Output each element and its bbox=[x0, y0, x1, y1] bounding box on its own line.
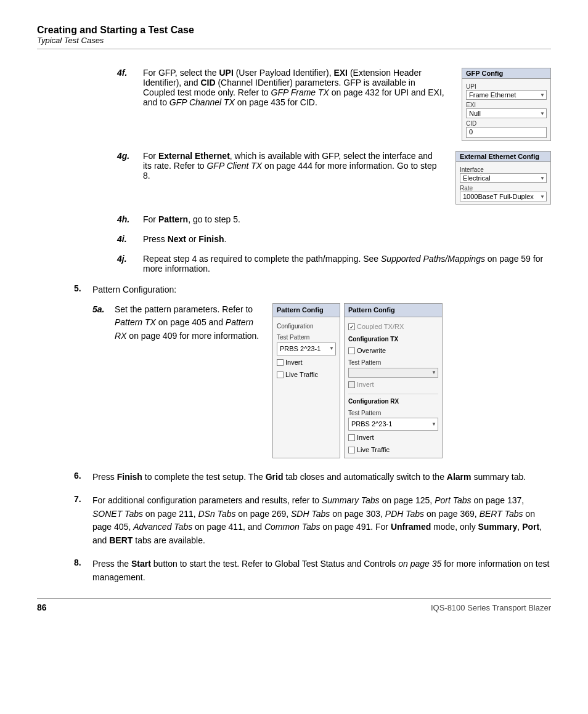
page: Creating and Starting a Test Case Typica… bbox=[0, 0, 588, 631]
pattern-right-invert-rx-row: Invert bbox=[348, 432, 438, 443]
pattern-right-coupled-label: Coupled TX/RX bbox=[357, 322, 404, 332]
pattern-right-invert-tx-label: Invert bbox=[357, 379, 374, 390]
step-8: 8. Press the Start button to start the t… bbox=[37, 558, 551, 584]
content-area: 4f. For GFP, select the UPI (User Payloa… bbox=[37, 68, 551, 594]
pattern-left-invert-label: Invert bbox=[285, 357, 303, 368]
pattern-right-overwrite-checkbox[interactable] bbox=[348, 347, 355, 354]
pattern-left-title: Pattern Config bbox=[273, 304, 340, 317]
ext-eth-rate-label: Rate bbox=[460, 185, 547, 192]
step-4g: 4g. For External Ethernet, which is avai… bbox=[37, 151, 551, 205]
step-5a-text: Set the pattern parameters. Refer to Pat… bbox=[115, 303, 263, 343]
step-8-content: Press the Start button to start the test… bbox=[92, 558, 551, 584]
step-5a-row: 5a. Set the pattern parameters. Refer to… bbox=[92, 303, 551, 459]
step-4j: 4j. Repeat step 4 as required to complet… bbox=[37, 254, 551, 274]
step-4g-text: For External Ethernet, which is availabl… bbox=[143, 151, 443, 181]
pattern-left-invert-row: Invert bbox=[277, 357, 336, 368]
gfp-config-body: UPI Frame Ethernet EXI Null CID 0 bbox=[462, 79, 550, 140]
page-header: Creating and Starting a Test Case Typica… bbox=[37, 25, 551, 49]
gfp-cid-input[interactable]: 0 bbox=[466, 127, 547, 138]
pattern-right-livetraffic-rx-label: Live Traffic bbox=[357, 445, 390, 455]
pattern-right-invert-tx-row: Invert bbox=[348, 379, 438, 390]
step-7-label: 7. bbox=[74, 494, 92, 504]
pattern-right-invert-tx-checkbox bbox=[348, 381, 355, 388]
product-name: IQS-8100 Series Transport Blazer bbox=[431, 603, 551, 612]
pattern-right-livetraffic-rx-row: Live Traffic bbox=[348, 445, 438, 455]
step-5a-inner: 5a. Set the pattern parameters. Refer to… bbox=[92, 303, 263, 343]
step-4h-label: 4h. bbox=[117, 214, 143, 224]
pattern-right-body: Coupled TX/RX Configuration TX Overwrite… bbox=[345, 317, 442, 458]
step-4f-text: For GFP, select the UPI (User Payload Id… bbox=[143, 68, 449, 107]
gfp-cid-label: CID bbox=[466, 120, 547, 127]
pattern-config-left-box: Pattern Config Configuration Test Patter… bbox=[272, 303, 340, 459]
step-4g-label: 4g. bbox=[117, 151, 143, 161]
step-4g-row: For External Ethernet, which is availabl… bbox=[143, 151, 551, 205]
step-5-label: 5. bbox=[74, 283, 92, 293]
page-number: 86 bbox=[37, 602, 47, 612]
pattern-right-coupled-row: Coupled TX/RX bbox=[348, 322, 438, 332]
gfp-exi-dropdown[interactable]: Null bbox=[466, 108, 547, 118]
pattern-right-test-pattern-label: Test Pattern bbox=[348, 358, 438, 368]
pattern-right-config-tx-label: Configuration TX bbox=[348, 335, 438, 344]
pattern-right-overwrite-row: Overwrite bbox=[348, 346, 438, 356]
step-4j-label: 4j. bbox=[117, 254, 143, 264]
step-4f: 4f. For GFP, select the UPI (User Payloa… bbox=[37, 68, 551, 141]
ext-eth-config-body: Interface Electrical Rate 1000BaseT Full… bbox=[456, 162, 550, 204]
ext-eth-interface-label: Interface bbox=[460, 166, 547, 173]
pattern-right-invert-rx-checkbox[interactable] bbox=[348, 434, 355, 441]
ext-eth-config-title: External Ethernet Config bbox=[456, 152, 550, 162]
step-4i: 4i. Press Next or Finish. bbox=[37, 234, 551, 244]
step-6: 6. Press Finish to complete the test set… bbox=[37, 471, 551, 484]
step-5-content: Pattern Configuration: 5a. Set the patte… bbox=[92, 283, 551, 458]
pattern-right-test-pattern-rx-dropdown[interactable]: PRBS 2^23-1 bbox=[348, 418, 438, 431]
step-8-label: 8. bbox=[74, 558, 92, 567]
pattern-left-livetraffic-label: Live Traffic bbox=[285, 370, 318, 380]
pattern-right-coupled-checkbox[interactable] bbox=[348, 323, 355, 330]
step-6-label: 6. bbox=[74, 471, 92, 481]
pattern-left-body: Configuration Test Pattern PRBS 2^23-1 I… bbox=[273, 317, 340, 383]
pattern-right-test-pattern-dropdown[interactable] bbox=[348, 368, 438, 378]
step-6-content: Press Finish to complete the test setup.… bbox=[92, 471, 551, 484]
step-4i-text: Press Next or Finish. bbox=[143, 234, 551, 244]
step-4f-label: 4f. bbox=[117, 68, 143, 78]
pattern-right-livetraffic-rx-checkbox[interactable] bbox=[348, 447, 355, 453]
step-4j-text: Repeat step 4 as required to complete th… bbox=[143, 254, 551, 274]
pattern-left-invert-checkbox[interactable] bbox=[277, 359, 284, 366]
step-7: 7. For additional configuration paramete… bbox=[37, 494, 551, 548]
step-4i-label: 4i. bbox=[117, 234, 143, 244]
step-4f-row: For GFP, select the UPI (User Payload Id… bbox=[143, 68, 551, 141]
pattern-config-combo: Pattern Config Configuration Test Patter… bbox=[272, 303, 443, 459]
page-subtitle: Typical Test Cases bbox=[37, 36, 551, 45]
step-5a-label: 5a. bbox=[92, 303, 115, 317]
page-footer: 86 IQS-8100 Series Transport Blazer bbox=[37, 598, 551, 612]
ext-eth-rate-dropdown[interactable]: 1000BaseT Full-Duplex bbox=[460, 192, 547, 201]
gfp-config-box: GFP Config UPI Frame Ethernet EXI Null C… bbox=[462, 68, 551, 141]
pattern-right-overwrite-label: Overwrite bbox=[357, 346, 386, 356]
pattern-left-livetraffic-checkbox[interactable] bbox=[277, 371, 284, 378]
gfp-upi-dropdown[interactable]: Frame Ethernet bbox=[466, 90, 547, 100]
pattern-left-test-pattern-label: Test Pattern bbox=[277, 333, 336, 343]
page-title: Creating and Starting a Test Case bbox=[37, 25, 551, 36]
pattern-right-title: Pattern Config bbox=[345, 304, 442, 317]
ext-eth-config-box: External Ethernet Config Interface Elect… bbox=[455, 151, 551, 205]
pattern-left-test-pattern-dropdown[interactable]: PRBS 2^23-1 bbox=[277, 343, 336, 355]
step-5: 5. Pattern Configuration: 5a. Set the pa… bbox=[37, 283, 551, 458]
step-7-content: For additional configuration parameters … bbox=[92, 494, 551, 548]
ext-eth-interface-dropdown[interactable]: Electrical bbox=[460, 173, 547, 183]
pattern-config-right-box: Pattern Config Coupled TX/RX Configurati… bbox=[344, 303, 443, 459]
pattern-right-test-pattern-rx-label: Test Pattern bbox=[348, 408, 438, 418]
step-4h-text: For Pattern, go to step 5. bbox=[143, 214, 551, 224]
step-4h: 4h. For Pattern, go to step 5. bbox=[37, 214, 551, 224]
pattern-left-livetraffic-row: Live Traffic bbox=[277, 370, 336, 380]
gfp-upi-label: UPI bbox=[466, 83, 547, 90]
gfp-config-title: GFP Config bbox=[462, 68, 550, 79]
gfp-exi-label: EXI bbox=[466, 102, 547, 108]
pattern-right-config-rx-label: Configuration RX bbox=[348, 394, 438, 407]
pattern-right-invert-rx-label: Invert bbox=[357, 432, 374, 443]
pattern-left-config-label: Configuration bbox=[277, 322, 336, 331]
